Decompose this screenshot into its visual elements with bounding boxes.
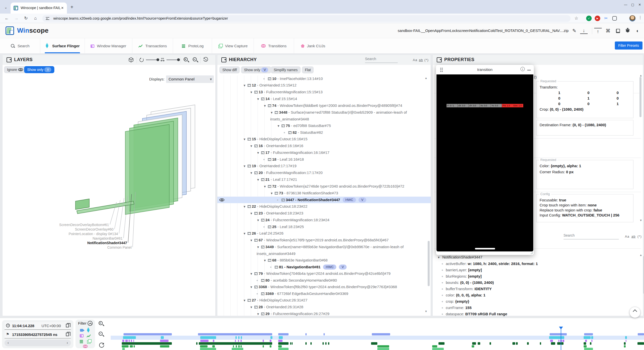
pin-icon[interactable] [261,312,263,315]
expand-arrow-icon[interactable]: ▼ [243,82,248,89]
pin-icon[interactable] [248,205,250,208]
property-item[interactable]: crop: {empty} [446,299,469,303]
scroll-to-top-button[interactable] [629,307,640,318]
timeline-zoom-in-icon[interactable]: + [99,321,106,328]
collapse-filter-icon[interactable] [88,321,93,326]
upload-new-traces-icon[interactable]: ↑ [594,28,602,34]
pin-icon[interactable] [254,272,257,275]
trace-segment-screen-recording[interactable] [638,333,644,335]
expand-arrow-icon[interactable]: ▼ [250,89,254,96]
trace-segment-window-manager[interactable] [200,340,209,342]
pin-icon[interactable] [254,212,257,214]
pin-icon[interactable] [268,104,270,107]
expand-arrow-icon[interactable]: ▼ [243,163,248,169]
window-minimize-icon[interactable]: — [623,2,628,8]
properties-tree-scrollbar[interactable] [643,256,644,294]
tree-node[interactable]: ▼16 - OneHanded:16:16#16 [217,143,431,149]
pin-icon[interactable] [275,266,277,268]
trace-segment-surface-flinger[interactable] [123,336,136,339]
trace-segment-transactions[interactable] [551,342,555,345]
expand-arrow-icon[interactable]: ▼ [277,123,281,129]
scroll-down-icon[interactable]: ▼ [425,310,427,313]
trace-segment-protolog[interactable] [377,345,389,347]
trace-segment-protolog[interactable] [278,345,282,347]
tree-node[interactable]: ▼19 - OneHanded:17:17#19 [217,163,431,169]
trace-segment-window-manager[interactable] [270,340,271,342]
trace-segment-transactions[interactable] [527,342,529,345]
property-item[interactable]: barrierLayer: [empty] [446,268,482,272]
expand-arrow-icon[interactable]: ▼ [250,271,254,277]
trace-segment-window-manager[interactable] [626,340,626,342]
expand-arrow-icon[interactable]: ▼ [250,143,254,149]
extension-play-icon[interactable]: ▶ [595,16,600,21]
trace-segment-screen-recording[interactable] [372,333,390,335]
rotation-slider[interactable] [146,60,158,60]
collapse-panel-icon[interactable] [437,57,442,62]
trace-segment-protolog[interactable] [233,345,234,347]
tree-node[interactable]: ▼23 - OneHanded:18:23#23 [217,210,431,217]
show-only-v-chip[interactable]: Show only V [241,66,271,73]
tree-node[interactable]: ▼68 - 885b63e NavigationBar0#68 [217,257,431,264]
scroll-up-icon[interactable]: ▲ [639,74,642,77]
tree-node[interactable]: ▼13 - FullscreenMagnification:15:15#13 [217,89,431,96]
documentation-book-icon[interactable] [614,27,622,35]
trace-segment-view-capture[interactable] [200,348,216,350]
trace-segment-transactions[interactable] [292,342,293,345]
pin-icon[interactable] [261,245,263,248]
tree-node[interactable]: ▼20 - FullscreenMagnification:17:17#20 [217,169,431,176]
show-only-v-chip[interactable]: Show only V [24,66,54,73]
timeline-cursor-head[interactable] [559,327,563,329]
filter-presets-button[interactable]: Filter Presets [615,41,642,50]
tree-node[interactable]: ▼22 - HideDisplayCutout:18:23#22 [217,203,431,210]
trace-segment-transactions[interactable] [328,342,329,345]
property-item[interactable]: bufferTransform: IDENTITY [446,287,492,291]
trace-segment-transactions[interactable] [557,342,561,345]
tree-node[interactable]: 18 - Leaf:16:16#18 [217,156,431,163]
transitions-icon[interactable] [83,344,88,348]
trace-segment-surface-flinger[interactable] [241,336,242,339]
trace-segment-window-manager[interactable] [585,340,587,342]
simplify-names-chip[interactable]: Simplify names [271,66,301,73]
expand-arrow-icon[interactable]: ▼ [250,170,254,176]
trace-segment-view-capture[interactable] [377,348,389,350]
hierarchy-scrollbar[interactable] [428,241,430,286]
pin-icon[interactable] [254,171,257,174]
trace-segment-transactions[interactable] [278,342,289,345]
tree-node[interactable]: ▼24 - FullscreenMagnification:18:23#24 [217,217,431,224]
expand-arrow-icon[interactable]: ▼ [257,150,261,156]
pin-icon[interactable] [248,164,250,167]
pin-icon[interactable] [268,77,270,80]
trace-segment-protolog[interactable] [472,345,474,347]
expand-arrow-icon[interactable]: ▼ [250,304,254,311]
trace-segment-protolog[interactable] [160,345,169,347]
trace-segment-transactions[interactable] [472,342,476,345]
trace-segment-protolog[interactable] [263,345,264,347]
trace-segment-window-manager[interactable] [122,340,124,342]
trace-segment-transactions[interactable] [561,342,564,345]
tab-view-capture[interactable]: View Capture [212,38,254,53]
show-diff-chip[interactable]: Show diff [219,66,240,73]
trace-segment-window-manager[interactable] [240,340,242,342]
forward-icon[interactable]: → [13,15,20,22]
surface-flinger-icon[interactable] [86,328,91,332]
trace-segment-window-manager[interactable] [560,340,560,342]
scissors-extension-icon[interactable]: ✂ [603,16,609,21]
trace-segment-window-manager[interactable] [591,340,592,342]
trace-segment-transactions[interactable] [540,342,541,345]
resize-handle[interactable] [530,251,533,254]
dark-mode-toggle-icon[interactable]: ◐ [634,27,641,35]
trace-segment-window-manager[interactable] [263,340,264,342]
pin-icon[interactable] [275,192,277,194]
trace-segment-window-manager[interactable] [129,340,130,342]
scroll-down-icon[interactable]: ▼ [639,219,642,222]
trace-segment-view-capture[interactable] [584,348,593,350]
tab-search[interactable]: Search [0,38,40,53]
pin-icon[interactable] [248,299,250,301]
visibility-eye-icon[interactable] [219,198,224,201]
pin-icon[interactable] [261,97,263,100]
trace-segment-window-manager[interactable] [562,340,564,342]
trace-segment-window-manager[interactable] [561,340,562,342]
trace-segment-protolog[interactable] [432,345,437,347]
property-item[interactable]: activeBuffer: w: 1080, h: 2400, stride: … [446,261,538,266]
trace-segment-view-capture[interactable] [432,348,444,350]
